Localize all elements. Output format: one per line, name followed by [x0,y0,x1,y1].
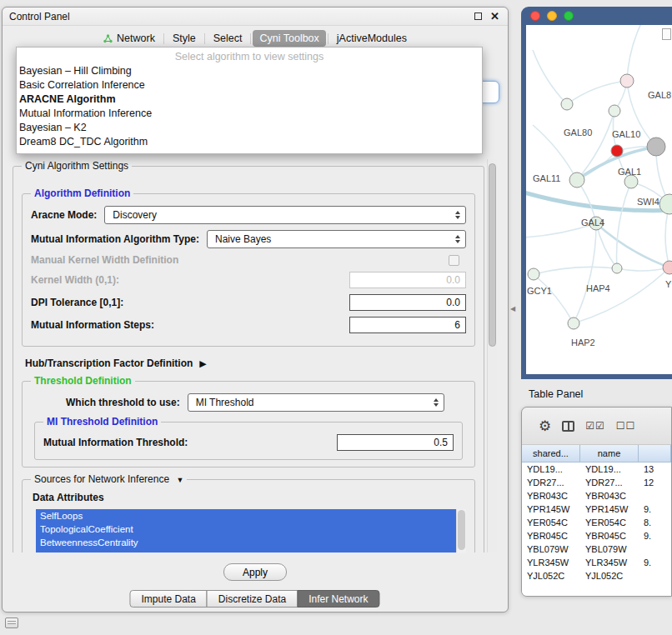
network-edge[interactable] [534,274,574,323]
which-threshold-select[interactable]: MI Threshold [188,393,444,412]
network-node[interactable] [612,263,622,273]
mi-threshold-input[interactable]: 0.5 [337,434,454,451]
column-header-name[interactable]: name [580,445,639,462]
table-cell [639,569,671,582]
manual-kernel-checkbox[interactable] [449,255,459,266]
mi-threshold-label: Mutual Information Threshold: [43,437,188,448]
aracne-mode-value: Discovery [113,209,157,221]
column-header-blank[interactable] [639,445,671,462]
table-settings-gear-icon[interactable]: ⚙ [539,419,551,433]
algorithm-option-aracne-algorithm[interactable]: ARACNE Algorithm [17,92,482,107]
mi-steps-input[interactable]: 6 [349,317,466,333]
network-edge[interactable] [534,267,617,274]
table-cell: YBR043C [580,489,639,502]
tab-cyni-toolbox[interactable]: Cyni Toolbox [253,30,325,47]
list-scrollbar[interactable] [456,509,466,552]
network-edge[interactable] [617,268,669,271]
attribute-item-topologicalcoefficient[interactable]: TopologicalCoefficient [36,522,456,536]
attribute-item-betweennesscentrality[interactable]: BetweennessCentrality [36,536,456,549]
stepper-arrows-icon [455,235,460,243]
kernel-width-input[interactable]: 0.0 [349,272,466,288]
tab-select[interactable]: Select [207,30,249,47]
network-edge[interactable] [596,223,617,268]
network-canvas-svg: GAL8GAL80GAL10GAL11GAL1SWI4GAL4GCY1HAP4Y… [526,25,672,374]
deselect-all-icon[interactable]: ☐☐ [616,421,636,431]
network-node[interactable] [569,172,584,188]
close-window-button[interactable]: ✕ [489,10,501,22]
table-row[interactable]: YDL19...YDL19...13 [522,462,671,476]
mi-threshold-group: MI Threshold Definition Mutual Informati… [34,422,463,460]
network-edge[interactable] [596,223,669,268]
settings-scrollbar-thumb[interactable] [489,163,496,347]
table-cell: YLR345W [522,556,580,569]
select-all-icon[interactable]: ☑☑ [585,421,605,431]
network-edge[interactable] [617,182,631,268]
network-edge[interactable] [574,268,669,323]
close-traffic-light-icon[interactable] [530,11,540,21]
algorithm-option-dream8-dc-tdc-algorithm[interactable]: Dream8 DC_TDC Algorithm [17,135,482,149]
network-node[interactable] [561,98,573,110]
network-edge[interactable] [574,223,596,323]
panel-collapse-arrow[interactable]: ◀ [510,305,515,312]
table-row[interactable]: YBR043CYBR043C [522,489,671,502]
network-edge[interactable] [567,81,627,104]
network-node[interactable] [528,268,539,280]
network-node-label: GAL4 [581,218,604,228]
network-edge[interactable] [533,50,567,104]
table-row[interactable]: YER054CYER054C8. [522,516,671,529]
network-node[interactable] [647,138,665,156]
attribute-item-selfloops[interactable]: SelfLoops [36,509,456,522]
float-window-button[interactable] [472,10,484,22]
bottom-tab-infer-network[interactable]: Infer Network [297,590,379,608]
table-row[interactable]: YJL052CYJL052C [522,569,671,582]
network-node[interactable] [620,74,634,88]
zoom-traffic-light-icon[interactable] [564,11,574,21]
show-columns-icon[interactable] [562,421,574,432]
network-node[interactable] [663,261,672,274]
algorithm-option-basic-correlation-inference[interactable]: Basic Correlation Inference [17,78,482,92]
algorithm-option-list: Bayesian – Hill ClimbingBasic Correlatio… [17,64,482,149]
settings-scrollbar[interactable] [487,159,497,552]
minimize-traffic-light-icon[interactable] [547,11,557,21]
apply-button[interactable]: Apply [223,563,287,581]
cyni-algorithm-settings-title: Cyni Algorithm Settings [22,160,132,172]
hub-definition-expander[interactable]: Hub/Transcription Factor Definition ▶ [25,358,479,369]
mi-type-select[interactable]: Naive Bayes [207,230,466,248]
column-header-shared[interactable]: shared... [522,445,580,462]
tab-jactivemodules[interactable]: jActiveModules [330,30,414,47]
table-row[interactable]: YBR045CYBR045C9. [522,529,671,542]
data-attributes-listbox: SelfLoopsTopologicalCoefficientBetweenne… [36,509,466,552]
aracne-mode-select[interactable]: Discovery [104,206,466,224]
network-node[interactable] [568,318,579,329]
bottom-tab-discretize-data[interactable]: Discretize Data [207,590,298,608]
table-row[interactable]: YBL079WYBL079W [522,542,671,556]
collapse-down-icon[interactable]: ▼ [176,476,183,484]
table-cell: YPR145W [522,502,580,516]
algorithm-option-bayesian-hill-climbing[interactable]: Bayesian – Hill Climbing [17,64,482,78]
tab-label: Select [213,32,243,44]
tab-style[interactable]: Style [166,30,203,47]
algorithm-option-bayesian-k2[interactable]: Bayesian – K2 [17,121,482,135]
tab-network[interactable]: Network [97,30,162,47]
list-scrollbar-thumb[interactable] [458,510,465,550]
cp-tab-bar: NetworkStyleSelectCyni ToolboxjActiveMod… [3,28,508,48]
network-window-titlebar[interactable] [521,7,672,25]
network-node[interactable] [611,145,623,157]
table-row[interactable]: YDR27...YDR27...12 [522,476,671,489]
network-node-label: Y [665,279,672,289]
table-row[interactable]: YLR345WYLR345W9. [522,556,671,569]
bottom-tab-impute-data[interactable]: Impute Data [129,590,207,608]
algorithm-option-mutual-information-inference[interactable]: Mutual Information Inference [17,107,482,121]
dpi-tolerance-input[interactable]: 0.0 [349,294,466,311]
network-canvas[interactable]: GAL8GAL80GAL10GAL11GAL1SWI4GAL4GCY1HAP4Y… [526,25,672,374]
network-edge[interactable] [627,25,643,81]
threshold-definition-group: Threshold Definition Which threshold to … [22,381,475,468]
attribute-item-gal4rgexp[interactable]: gal4RGexp [36,549,456,552]
network-node[interactable] [609,105,620,117]
network-node[interactable] [624,175,638,188]
minimized-panel-icon[interactable] [5,618,18,628]
canvas-corner-widget[interactable] [662,28,671,40]
table-panel-title: Table Panel [529,388,583,400]
table-cell: YBR045C [580,529,639,542]
table-row[interactable]: YPR145WYPR145W9. [522,502,671,516]
